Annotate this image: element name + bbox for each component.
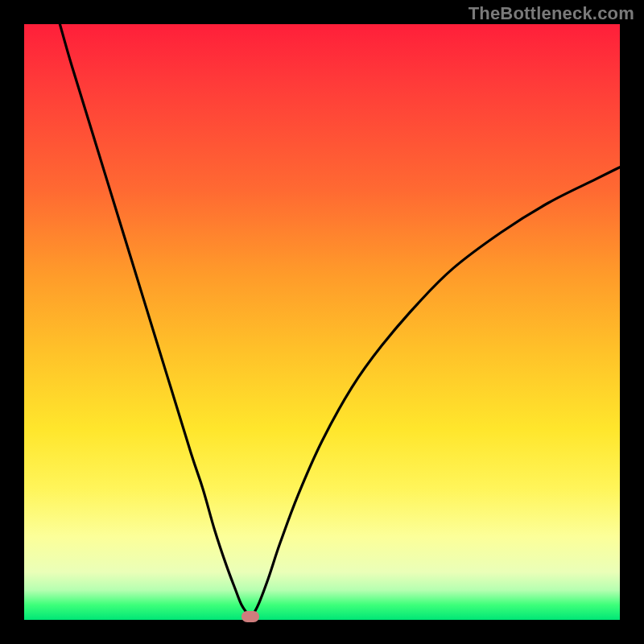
watermark-text: TheBottleneck.com <box>469 3 634 24</box>
curve-path <box>60 24 620 618</box>
minimum-marker <box>242 611 259 622</box>
plot-area <box>24 24 620 620</box>
outer-frame: TheBottleneck.com <box>0 0 644 644</box>
bottleneck-curve <box>24 24 620 620</box>
